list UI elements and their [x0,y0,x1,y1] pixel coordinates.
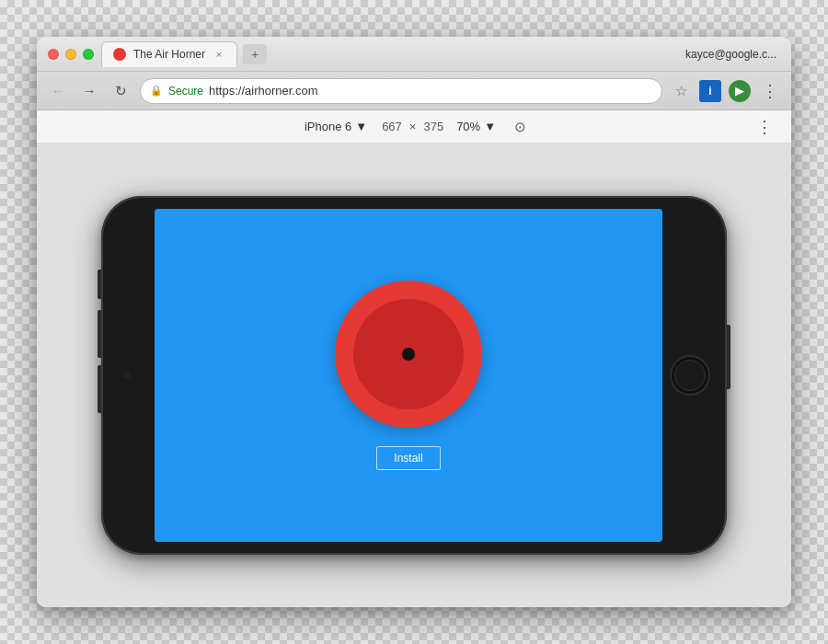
tab-area: The Air Horner × + [94,41,685,67]
power-button [727,325,730,389]
url-actions: ☆ i ▶ [670,80,751,102]
forward-button[interactable]: → [77,79,101,103]
phone-frame: Install [101,196,727,555]
phone-screen: Install [155,209,662,542]
menu-button[interactable]: ⋮ [758,81,782,101]
device-toolbar: iPhone 6 ▼ 667 × 375 70% ▼ ⊙ ⋮ [37,110,791,144]
zoom-selector[interactable]: 70% ▼ [451,117,501,136]
camera-dot [123,372,131,379]
screen-content: Install [155,209,662,542]
zoom-chevron: ▼ [484,120,496,133]
zoom-level: 70% [456,120,480,133]
tab-favicon [113,48,126,61]
horn-dot [402,348,415,361]
traffic-lights [48,49,94,60]
home-button-inner [674,360,706,391]
browser-tab[interactable]: The Air Horner × [101,41,237,67]
update-button[interactable]: ▶ [729,80,751,102]
volume-down-button [98,365,101,413]
horn-outer[interactable] [335,281,482,428]
lock-icon: 🔒 [150,85,163,97]
back-button[interactable]: ← [46,79,70,103]
rotate-button[interactable]: ⊙ [509,116,531,138]
device-width: 667 [382,120,402,133]
tab-close-button[interactable]: × [213,48,225,61]
device-name: iPhone 6 [305,120,351,133]
bookmark-button[interactable]: ☆ [670,80,692,102]
device-chevron: ▼ [355,120,367,133]
install-button[interactable]: Install [376,446,440,470]
url-text: https://airhorner.com [209,84,318,98]
device-height: 375 [423,120,443,133]
maximize-button[interactable] [83,49,94,60]
new-tab-button[interactable]: + [243,44,267,64]
user-email: kayce@google.c... [685,48,780,61]
extension-button[interactable]: i [699,80,721,102]
content-area: Install [37,144,791,607]
reload-button[interactable]: ↻ [109,79,132,103]
title-bar: The Air Horner × + kayce@google.c... [37,37,791,72]
secure-label: Secure [168,85,203,98]
dim-separator: × [409,120,417,133]
horn-inner [353,299,464,409]
url-bar[interactable]: 🔒 Secure https://airhorner.com [140,78,662,104]
home-button[interactable] [670,355,710,396]
browser-window: The Air Horner × + kayce@google.c... ← →… [37,37,791,607]
volume-up-button [98,310,101,358]
close-button[interactable] [48,49,59,60]
tab-title: The Air Horner [133,48,205,61]
toolbar-more-button[interactable]: ⋮ [756,117,773,137]
device-selector[interactable]: iPhone 6 ▼ [297,117,374,136]
address-bar: ← → ↻ 🔒 Secure https://airhorner.com ☆ i… [37,72,791,110]
minimize-button[interactable] [65,49,76,60]
mute-button [98,270,101,299]
rotate-icon: ⊙ [514,119,526,135]
